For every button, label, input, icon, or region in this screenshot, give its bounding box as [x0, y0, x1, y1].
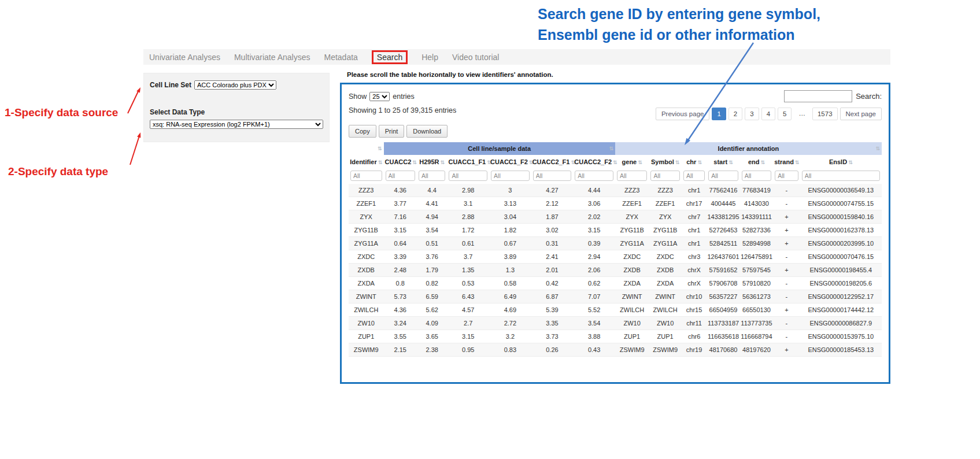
column-header-cuacc2[interactable]: CUACC2⇅: [384, 155, 417, 169]
column-header-cuacc2-f2[interactable]: CUACC2_F2⇅: [573, 155, 615, 169]
step1-arrow-line: [128, 90, 139, 113]
column-label: Identifier: [350, 158, 376, 165]
copy-button[interactable]: Copy: [349, 125, 376, 138]
nav-item-video-tutorial[interactable]: Video tutorial: [452, 53, 499, 62]
table-cell: 4.69: [489, 303, 531, 317]
next-page-button[interactable]: Next page: [840, 108, 882, 120]
sort-icon: ⇅: [412, 160, 417, 165]
filter-input-symbol[interactable]: [650, 171, 679, 181]
column-header-symbol[interactable]: Symbol⇅: [649, 155, 681, 169]
table-cell: ZUP1: [349, 330, 384, 343]
data-type-select[interactable]: xsq: RNA-seq Expression (log2 FPKM+1): [150, 120, 323, 129]
table-cell: +: [773, 303, 800, 317]
nav-item-search[interactable]: Search: [372, 50, 408, 64]
table-cell: 0.39: [573, 237, 615, 250]
table-cell: 7.07: [573, 290, 615, 303]
table-cell: -: [773, 290, 800, 303]
group-header-identifier[interactable]: ⇅: [349, 142, 384, 155]
column-label: chr: [686, 158, 696, 165]
sort-icon: ⇅: [761, 160, 765, 165]
table-row: ZZEF13.774.413.13.132.123.06ZZEF1ZZEF1ch…: [349, 197, 882, 210]
page-button-1573[interactable]: 1573: [812, 108, 838, 120]
page-button-3[interactable]: 3: [745, 108, 759, 120]
group-header-identifier-annotation[interactable]: Identifier annotation⇅: [615, 142, 882, 155]
table-cell: 2.7: [447, 317, 489, 330]
table-cell: 56357227: [707, 290, 739, 303]
page-button-5[interactable]: 5: [778, 108, 792, 120]
table-cell: chr15: [682, 303, 707, 317]
column-header-identifier[interactable]: Identifier⇅: [349, 155, 384, 169]
table-cell: 3.02: [531, 224, 574, 237]
column-header-cuacc1-f2[interactable]: CUACC1_F2⇅: [489, 155, 531, 169]
column-header-cuacc2-f1[interactable]: CUACC2_F1⇅: [531, 155, 574, 169]
table-cell: 143391111: [740, 210, 773, 224]
filter-cell: [573, 169, 615, 184]
table-cell: ZWILCH: [615, 303, 649, 317]
table-cell: 6.43: [447, 290, 489, 303]
table-row: ZXDA0.80.820.530.580.420.62ZXDAZXDAchrX5…: [349, 277, 882, 290]
page-button-4[interactable]: 4: [761, 108, 775, 120]
filter-input-start[interactable]: [708, 171, 738, 181]
table-cell: 6.49: [489, 290, 531, 303]
nav-item-multivariate-analyses[interactable]: Multivariate Analyses: [234, 53, 310, 62]
filter-input-cuacc2[interactable]: [386, 171, 415, 181]
table-cell: chr1: [682, 184, 707, 197]
sort-icon: ⇅: [378, 146, 382, 151]
previous-page-button[interactable]: Previous page: [656, 108, 710, 120]
filter-input-identifier[interactable]: [350, 171, 382, 181]
filter-input-cuacc1-f1[interactable]: [449, 171, 487, 181]
column-label: CUACC2_F2: [574, 158, 612, 165]
table-cell: ENSG00000122952.17: [800, 290, 882, 303]
column-header-chr[interactable]: chr⇅: [682, 155, 707, 169]
filter-input-gene[interactable]: [617, 171, 648, 181]
column-header-ensid[interactable]: EnsID⇅: [800, 155, 882, 169]
download-button[interactable]: Download: [406, 125, 448, 138]
table-cell: 3.88: [573, 330, 615, 343]
filter-input-cuacc2-f1[interactable]: [533, 171, 572, 181]
print-button[interactable]: Print: [379, 125, 405, 138]
table-cell: 4.36: [384, 303, 417, 317]
table-cell: ZWINT: [649, 290, 681, 303]
table-cell: ENSG00000086827.9: [800, 317, 882, 330]
column-header-strand[interactable]: strand⇅: [773, 155, 800, 169]
table-cell: 4004445: [707, 197, 739, 210]
group-header-sample-data[interactable]: Cell line/sample data⇅: [384, 142, 615, 155]
table-cell: ZYX: [349, 210, 384, 224]
column-label: CUACC1_F2: [490, 158, 528, 165]
filter-cell: [349, 169, 384, 184]
page-length-select[interactable]: 25: [369, 92, 390, 101]
filter-input-cuacc1-f2[interactable]: [491, 171, 530, 181]
table-cell: 4.36: [384, 184, 417, 197]
filter-input-strand[interactable]: [775, 171, 798, 181]
filter-input-h295r[interactable]: [419, 171, 445, 181]
table-cell: chr10: [682, 290, 707, 303]
group-header-sample-label: Cell line/sample data: [468, 145, 531, 152]
column-header-cuacc1-f1[interactable]: CUACC1_F1⇅: [447, 155, 489, 169]
table-search-input[interactable]: [784, 90, 852, 102]
filter-input-end[interactable]: [742, 171, 771, 181]
pagination-ellipsis: …: [794, 108, 810, 120]
table-cell: -: [773, 330, 800, 343]
page-button-2[interactable]: 2: [728, 108, 742, 120]
table-search: Search:: [784, 90, 882, 102]
table-cell: chr11: [682, 317, 707, 330]
page-button-1[interactable]: 1: [712, 108, 726, 120]
filter-input-chr[interactable]: [683, 171, 705, 181]
column-header-end[interactable]: end⇅: [740, 155, 773, 169]
column-label: start: [713, 158, 727, 165]
table-row: ZSWIM92.152.380.950.830.260.43ZSWIM9ZSWI…: [349, 343, 882, 357]
filter-input-ensid[interactable]: [802, 171, 880, 181]
cell-line-set-select[interactable]: ACC Colorado plus PDX: [194, 80, 276, 90]
column-header-gene[interactable]: gene⇅: [615, 155, 649, 169]
search-annotation: Search gene ID by entering gene symbol, …: [538, 3, 820, 45]
nav-item-help[interactable]: Help: [421, 53, 438, 62]
table-cell: -: [773, 277, 800, 290]
nav-item-univariate-analyses[interactable]: Univariate Analyses: [149, 53, 220, 62]
column-header-h295r[interactable]: H295R⇅: [417, 155, 447, 169]
column-header-start[interactable]: start⇅: [707, 155, 739, 169]
table-cell: 0.42: [531, 277, 574, 290]
filter-cell: [531, 169, 574, 184]
table-cell: ZXDA: [349, 277, 384, 290]
nav-item-metadata[interactable]: Metadata: [324, 53, 357, 62]
filter-input-cuacc2-f2[interactable]: [575, 171, 613, 181]
